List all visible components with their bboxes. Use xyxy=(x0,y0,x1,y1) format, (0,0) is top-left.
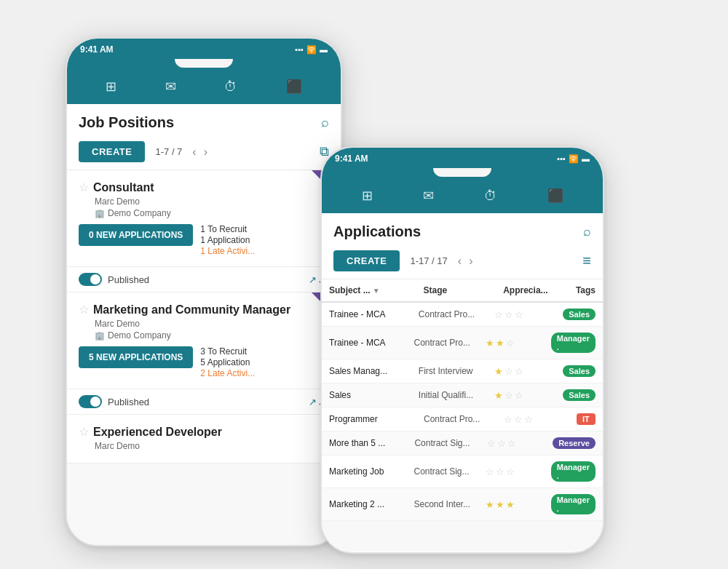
published-bar-1: Published ↗ Jo xyxy=(67,267,341,293)
cell-tags-7: Manager . xyxy=(551,494,596,514)
cell-subject-5: More than 5 ... xyxy=(329,438,414,448)
job-stats-consultant: 1 To Recruit 1 Application 1 Late Activi… xyxy=(200,224,255,256)
star-7-1: ★ xyxy=(486,499,494,510)
table-row[interactable]: Sales Manag... First Interview ★ ☆ ☆ Sal… xyxy=(322,359,603,383)
job-responsible-marketing: Marc Demo xyxy=(79,319,329,329)
phone2-next-btn[interactable]: › xyxy=(466,253,475,269)
phone1-create-btn[interactable]: CREATE xyxy=(79,141,145,162)
grid-nav-icon-2[interactable]: ⊞ xyxy=(362,188,373,204)
cell-stage-1: Contract Pro... xyxy=(414,338,486,348)
star-2-3: ☆ xyxy=(515,366,523,377)
wifi-icon-2: 🛜 xyxy=(569,154,579,164)
phone2-table-content: Trainee - MCA Contract Pro... ☆ ☆ ☆ Sale… xyxy=(322,303,603,552)
phone2-frame: 9:41 AM ▪▪▪ 🛜 ▬ ⊞ ✉ ⏱ ⬛ Applications ⌕ C… xyxy=(320,146,604,554)
job-body-marketing: 5 NEW APPLICATIONS 3 To Recruit 5 Applic… xyxy=(79,346,329,378)
table-row[interactable]: Trainee - MCA Contract Pro... ★ ★ ☆ Mana… xyxy=(322,327,603,359)
tag-manager-6: Manager . xyxy=(551,461,596,482)
cell-subject-1: Trainee - MCA xyxy=(329,338,414,348)
job-company-consultant: 🏢 Demo Company xyxy=(79,208,329,218)
phone2-nav-bar: ⊞ ✉ ⏱ ⬛ xyxy=(322,178,603,213)
table-row[interactable]: Sales Initial Qualifi... ★ ☆ ☆ Sales xyxy=(322,383,603,407)
star-3-3: ☆ xyxy=(515,390,523,401)
clock-nav-icon[interactable]: ⏱ xyxy=(224,79,237,95)
phone2-time: 9:41 AM xyxy=(335,154,368,164)
company-name-consultant: Demo Company xyxy=(108,208,171,218)
cell-tags-3: Sales xyxy=(563,389,596,401)
star-2-2: ☆ xyxy=(505,366,513,377)
clock-nav-icon-2[interactable]: ⏱ xyxy=(484,188,497,204)
published-label-2: Published xyxy=(108,397,149,407)
job-card-experienced: ☆ Experienced Developer Marc Demo xyxy=(67,415,341,463)
star-experienced[interactable]: ☆ xyxy=(79,425,89,439)
star-5-2: ☆ xyxy=(497,438,506,449)
cell-subject-3: Sales xyxy=(329,390,419,400)
building-icon-marketing: 🏢 xyxy=(95,331,105,341)
phone1-frame: 9:41 AM ▪▪▪ 🛜 ▬ ⊞ ✉ ⏱ ⬛ Job Positions ⌕ … xyxy=(66,37,342,546)
star-marketing[interactable]: ☆ xyxy=(79,303,89,317)
table-row[interactable]: Trainee - MCA Contract Pro... ☆ ☆ ☆ Sale… xyxy=(322,303,603,327)
phone2-pagination-btns: ‹ › xyxy=(455,253,476,269)
sort-subject-icon[interactable]: ▼ xyxy=(373,287,380,295)
star-0-1: ☆ xyxy=(494,309,503,320)
tag-reserve-5: Reserve xyxy=(553,437,596,449)
phone2-page-title: Applications xyxy=(333,223,421,240)
phone2-prev-btn[interactable]: ‹ xyxy=(455,253,464,269)
grid-nav-icon[interactable]: ⊞ xyxy=(106,79,116,95)
cell-tags-6: Manager . xyxy=(551,461,596,482)
cell-stage-0: Contract Pro... xyxy=(419,309,494,319)
star-5-3: ☆ xyxy=(507,438,516,449)
phone2-create-btn[interactable]: CREATE xyxy=(333,250,400,271)
star-3-1: ★ xyxy=(494,390,503,401)
wifi-icon: 🛜 xyxy=(306,45,317,55)
phone1-next-btn[interactable]: › xyxy=(201,144,210,160)
table-row[interactable]: Marketing Job Contract Sig... ☆ ☆ ☆ Mana… xyxy=(322,455,603,488)
cell-tags-2: Sales xyxy=(563,365,596,377)
apps-stat-consultant: 1 Application xyxy=(200,235,255,245)
building-icon-consultant: 🏢 xyxy=(95,209,105,218)
company-name-marketing: Demo Company xyxy=(108,330,171,341)
phone1-notch xyxy=(175,59,233,68)
tag-manager-7: Manager . xyxy=(551,494,596,514)
layout-nav-icon[interactable]: ⬛ xyxy=(286,79,302,95)
late-stat-marketing: 2 Late Activi... xyxy=(200,368,255,378)
tag-manager-1: Manager . xyxy=(551,333,596,353)
published-toggle-2[interactable] xyxy=(79,395,102,408)
phone1-prev-btn[interactable]: ‹ xyxy=(189,144,199,160)
published-bar-2: Published ↗ Jo xyxy=(67,389,341,415)
phone2-list-icon[interactable]: ≡ xyxy=(582,252,591,269)
star-consultant[interactable]: ☆ xyxy=(79,180,89,194)
job-stats-marketing: 3 To Recruit 5 Application 2 Late Activi… xyxy=(200,346,255,378)
job-header-experienced: ☆ Experienced Developer xyxy=(79,425,329,439)
chat-nav-icon-2[interactable]: ✉ xyxy=(423,188,434,204)
star-4-1: ☆ xyxy=(504,414,513,425)
cell-subject-6: Marketing Job xyxy=(329,466,414,477)
phone2-search-btn[interactable]: ⌕ xyxy=(583,224,591,239)
job-responsible-consultant: Marc Demo xyxy=(79,196,329,207)
table-row[interactable]: More than 5 ... Contract Sig... ☆ ☆ ☆ Re… xyxy=(322,431,603,455)
phone1-time: 9:41 AM xyxy=(80,44,114,55)
battery-icon-2: ▬ xyxy=(582,154,590,163)
table-row[interactable]: Marketing 2 ... Second Inter... ★ ★ ★ Ma… xyxy=(322,488,603,521)
star-6-3: ☆ xyxy=(506,466,515,477)
col-header-appre: Apprecia... xyxy=(503,285,576,295)
layout-nav-icon-2[interactable]: ⬛ xyxy=(547,188,563,204)
phone1-search-btn[interactable]: ⌕ xyxy=(321,115,329,130)
cell-tags-5: Reserve xyxy=(553,437,596,449)
cell-stars-6: ☆ ☆ ☆ xyxy=(486,466,551,477)
chat-nav-icon[interactable]: ✉ xyxy=(165,79,176,95)
star-3-2: ☆ xyxy=(505,390,513,401)
new-apps-btn-marketing[interactable]: 5 NEW APPLICATIONS xyxy=(79,346,193,368)
phone1-pagination-btns: ‹ › xyxy=(189,144,210,160)
job-title-marketing: Marketing and Community Manager xyxy=(93,303,290,317)
phone1-toolbar: CREATE 1-7 / 7 ‹ › ⧉ xyxy=(67,138,341,170)
new-apps-btn-consultant[interactable]: 0 NEW APPLICATIONS xyxy=(79,224,193,246)
phone1-pagination: 1-7 / 7 xyxy=(155,146,182,157)
star-7-2: ★ xyxy=(496,499,505,510)
cell-stars-2: ★ ☆ ☆ xyxy=(494,366,563,377)
col-header-stage: Stage xyxy=(424,285,504,295)
published-toggle-1[interactable] xyxy=(79,273,102,286)
recruit-stat-marketing: 3 To Recruit xyxy=(200,346,255,357)
cell-stars-5: ☆ ☆ ☆ xyxy=(487,438,553,449)
table-row[interactable]: Programmer Contract Pro... ☆ ☆ ☆ IT xyxy=(322,407,603,431)
cell-stars-3: ★ ☆ ☆ xyxy=(494,390,563,401)
